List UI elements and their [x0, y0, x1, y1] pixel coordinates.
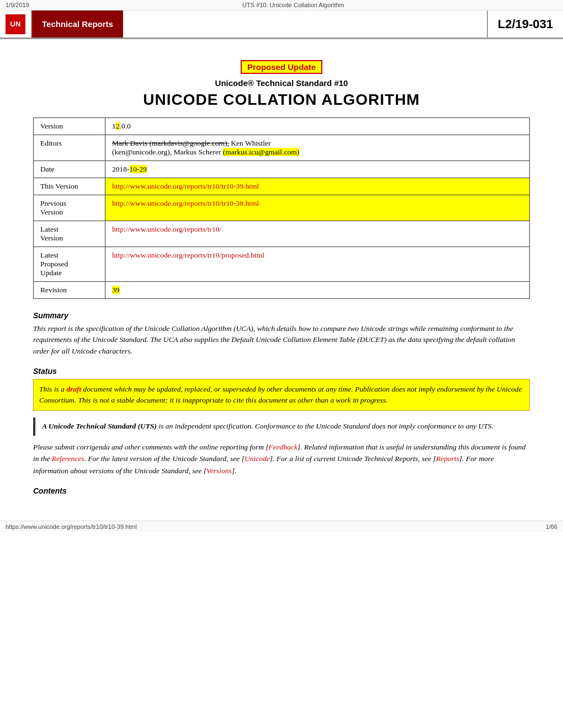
- version-label: Version: [34, 118, 105, 135]
- latest-proposed-label: LatestProposedUpdate: [34, 247, 105, 282]
- logo-icon: UN: [6, 14, 25, 34]
- body-text: Please submit corrigenda and other comme…: [33, 441, 530, 477]
- reports-link[interactable]: Reports: [436, 454, 459, 463]
- editors-ken-email: (ken@unicode.org), Markus Scherer: [112, 148, 223, 156]
- footer-url: https://www.unicode.org/reports/tr10/tr1…: [6, 523, 137, 530]
- revision-value: 39: [105, 282, 530, 299]
- browser-date: 1/9/2019: [6, 2, 29, 8]
- status-draft: draft: [66, 385, 81, 393]
- version-value: 12.0.0: [105, 118, 530, 135]
- info-table: Version 12.0.0 Editors Mark Davis (markd…: [33, 117, 530, 299]
- editors-label: Editors: [34, 135, 105, 161]
- feedback-link[interactable]: Feedback: [269, 443, 298, 451]
- table-row-prev-version: PreviousVersion http://www.unicode.org/r…: [34, 195, 530, 221]
- date-value: 2018-10-29: [105, 161, 530, 178]
- date-highlight: 10-29: [130, 165, 147, 173]
- versions-link[interactable]: Versions: [206, 467, 232, 475]
- unicode-link[interactable]: Unicode: [245, 454, 270, 463]
- latest-version-link[interactable]: http://www.unicode.org/reports/tr10/: [112, 225, 221, 233]
- version-highlight: 2: [116, 122, 120, 130]
- footer-page-num: 1/66: [546, 523, 557, 530]
- prev-version-link[interactable]: http://www.unicode.org/reports/tr10/tr10…: [112, 199, 259, 207]
- table-row-revision: Revision 39: [34, 282, 530, 299]
- uts-text: is an independent specification. Conform…: [157, 422, 493, 430]
- table-row-editors: Editors Mark Davis (markdavis@google.com…: [34, 135, 530, 161]
- logo-section: UN: [0, 10, 32, 38]
- this-version-link[interactable]: http://www.unicode.org/reports/tr10/tr10…: [112, 182, 259, 190]
- proposed-update-label: Proposed Update: [241, 60, 322, 74]
- doc-id: L2/19-031: [487, 10, 563, 38]
- top-bar: UN Technical Reports L2/19-031: [0, 10, 563, 39]
- references-link[interactable]: References: [52, 454, 84, 463]
- prev-version-label: PreviousVersion: [34, 195, 105, 221]
- table-row-latest-proposed: LatestProposedUpdate http://www.unicode.…: [34, 247, 530, 282]
- prev-version-value: http://www.unicode.org/reports/tr10/tr10…: [105, 195, 530, 221]
- status-after: document which may be updated, replaced,…: [39, 385, 522, 404]
- this-version-value: http://www.unicode.org/reports/tr10/tr10…: [105, 178, 530, 195]
- tech-reports-label: Technical Reports: [32, 10, 123, 38]
- main-title: UNICODE COLLATION ALGORITHM: [33, 91, 530, 109]
- table-row-version: Version 12.0.0: [34, 118, 530, 135]
- summary-title: Summary: [33, 311, 530, 320]
- page-footer: https://www.unicode.org/reports/tr10/tr1…: [0, 521, 563, 532]
- this-version-label: This Version: [34, 178, 105, 195]
- table-row-latest-version: LatestVersion http://www.unicode.org/rep…: [34, 221, 530, 247]
- table-row-date: Date 2018-10-29: [34, 161, 530, 178]
- status-before: This is a: [39, 385, 66, 393]
- revision-label: Revision: [34, 282, 105, 299]
- browser-chrome: 1/9/2019 UTS #10: Unicode Collation Algo…: [0, 0, 563, 10]
- latest-proposed-link[interactable]: http://www.unicode.org/reports/tr10/prop…: [112, 251, 264, 259]
- latest-version-label: LatestVersion: [34, 221, 105, 247]
- uts-bold: A Unicode Technical Standard (UTS): [42, 422, 157, 430]
- editors-ken: Ken Whistler: [231, 139, 270, 147]
- status-box: This is a draft document which may be up…: [33, 379, 530, 411]
- editors-value: Mark Davis (markdavis@google.com), Ken W…: [105, 135, 530, 161]
- editors-markus-email: (markus.icu@gmail.com): [223, 148, 299, 156]
- main-content: Proposed Update Unicode® Technical Stand…: [0, 39, 563, 515]
- subtitle: Unicode® Technical Standard #10: [33, 78, 530, 88]
- contents-title: Contents: [33, 486, 530, 495]
- latest-proposed-value: http://www.unicode.org/reports/tr10/prop…: [105, 247, 530, 282]
- table-row-this-version: This Version http://www.unicode.org/repo…: [34, 178, 530, 195]
- uts-box: A Unicode Technical Standard (UTS) is an…: [33, 417, 530, 435]
- date-label: Date: [34, 161, 105, 178]
- status-title: Status: [33, 367, 530, 376]
- browser-page-title: UTS #10: Unicode Collation Algorithm: [242, 2, 344, 8]
- latest-version-value: http://www.unicode.org/reports/tr10/: [105, 221, 530, 247]
- revision-number: 39: [112, 286, 120, 294]
- summary-text: This report is the specification of the …: [33, 323, 530, 357]
- editors-strikethrough: Mark Davis (markdavis@google.com),: [112, 139, 229, 147]
- proposed-update-box: Proposed Update: [33, 60, 530, 74]
